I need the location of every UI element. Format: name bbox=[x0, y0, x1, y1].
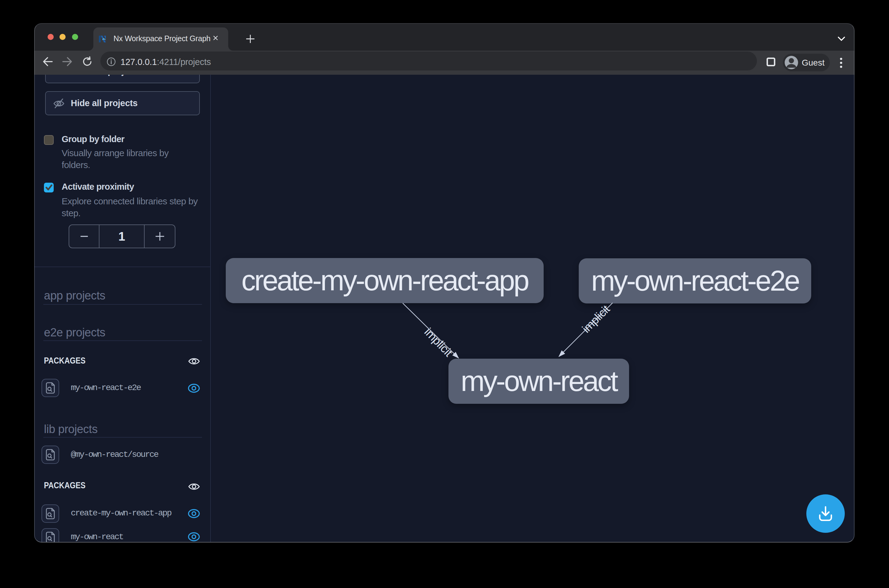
svg-text:implicit: implicit bbox=[580, 303, 612, 335]
svg-text:implicit: implicit bbox=[422, 326, 455, 359]
